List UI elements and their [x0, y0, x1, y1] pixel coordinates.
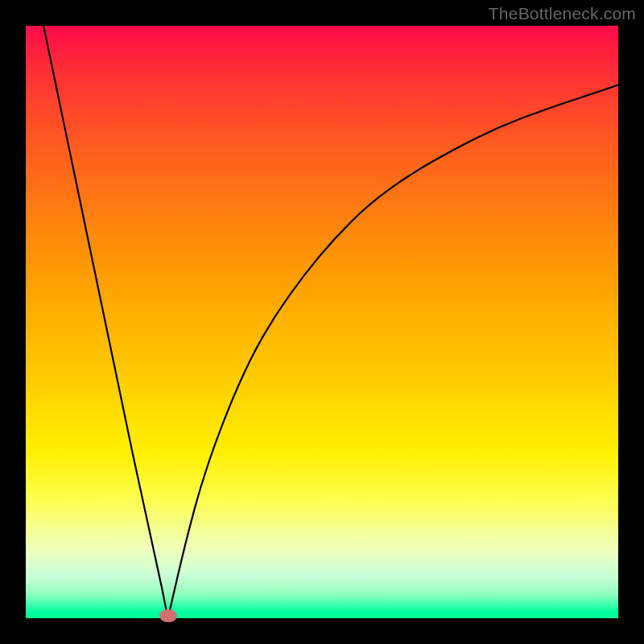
curve-svg: [26, 26, 618, 618]
plot-area: [26, 26, 618, 618]
minimum-marker: [159, 609, 177, 622]
curve-left-branch: [43, 26, 168, 618]
curve-right-branch: [168, 85, 618, 618]
watermark-text: TheBottleneck.com: [489, 4, 636, 23]
chart-frame: TheBottleneck.com: [0, 0, 644, 644]
